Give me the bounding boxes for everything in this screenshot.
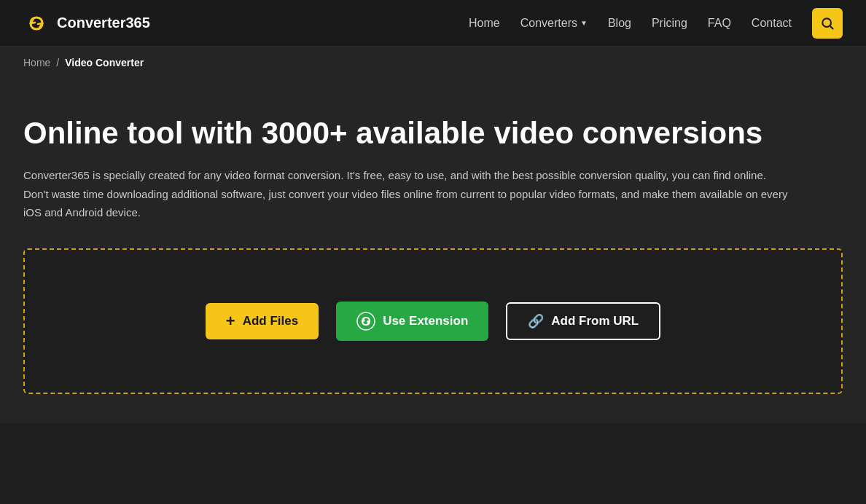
use-extension-label: Use Extension bbox=[383, 314, 468, 328]
svg-point-2 bbox=[357, 312, 375, 330]
navbar: Converter365 Home Converters ▼ Blog Pric… bbox=[0, 0, 866, 47]
nav-blog[interactable]: Blog bbox=[608, 17, 631, 30]
brand-name: Converter365 bbox=[57, 15, 150, 31]
add-files-button[interactable]: + Add Files bbox=[206, 303, 319, 339]
brand-logo-icon bbox=[23, 10, 50, 36]
extension-icon bbox=[356, 312, 375, 331]
hero-title: Online tool with 3000+ available video c… bbox=[23, 115, 789, 151]
breadcrumb-home-link[interactable]: Home bbox=[23, 57, 50, 68]
nav-pricing[interactable]: Pricing bbox=[652, 17, 687, 30]
svg-point-0 bbox=[23, 10, 50, 36]
nav-home[interactable]: Home bbox=[469, 17, 500, 30]
add-files-label: Add Files bbox=[243, 314, 299, 328]
add-url-label: Add From URL bbox=[551, 314, 639, 328]
search-icon bbox=[820, 16, 835, 31]
breadcrumb-separator: / bbox=[56, 57, 59, 68]
nav-converters[interactable]: Converters ▼ bbox=[520, 17, 588, 30]
converters-chevron-icon: ▼ bbox=[580, 19, 588, 27]
use-extension-button[interactable]: Use Extension bbox=[336, 302, 488, 341]
link-icon: 🔗 bbox=[528, 313, 544, 329]
breadcrumb: Home / Video Converter bbox=[0, 47, 866, 79]
plus-icon: + bbox=[226, 313, 235, 329]
nav-links: Home Converters ▼ Blog Pricing FAQ Conta… bbox=[469, 8, 843, 39]
add-url-button[interactable]: 🔗 Add From URL bbox=[506, 302, 660, 340]
upload-box: + Add Files Use Extension 🔗 Add From URL bbox=[23, 248, 843, 394]
main-content: Online tool with 3000+ available video c… bbox=[0, 79, 866, 423]
breadcrumb-current: Video Converter bbox=[65, 57, 144, 68]
search-button[interactable] bbox=[812, 8, 843, 39]
hero-description: Converter365 is specially created for an… bbox=[23, 166, 789, 222]
nav-contact[interactable]: Contact bbox=[752, 17, 792, 30]
brand-link[interactable]: Converter365 bbox=[23, 10, 150, 36]
nav-faq[interactable]: FAQ bbox=[708, 17, 731, 30]
